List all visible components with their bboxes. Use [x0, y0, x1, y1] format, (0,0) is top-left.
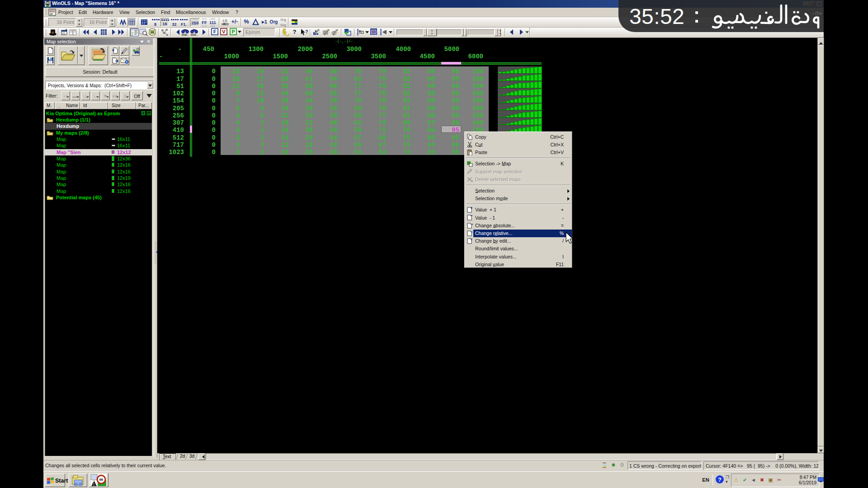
svg-text:=x: =x [470, 223, 473, 225]
svg-text:?: ? [305, 29, 308, 34]
svg-text:*x: *x [470, 230, 473, 233]
svg-text:DOE..: DOE.. [191, 33, 198, 36]
svg-text:F: F [213, 29, 217, 34]
svg-text:?: ? [718, 476, 722, 483]
svg-text:P: P [231, 29, 235, 34]
svg-text:DOE..: DOE.. [182, 33, 189, 36]
svg-text:V: V [222, 29, 226, 34]
svg-text:202: 202 [50, 9, 54, 12]
svg-text:∞: ∞ [99, 476, 104, 483]
